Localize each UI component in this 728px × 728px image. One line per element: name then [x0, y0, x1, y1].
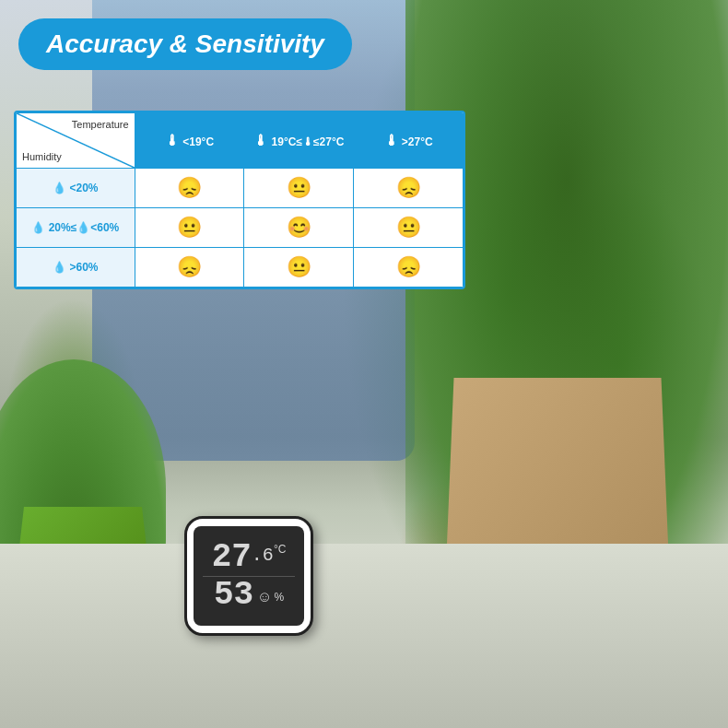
col-header-cold-label: <19°C	[182, 135, 214, 148]
table-row-3: 💧 >60% 😞 😐 😞	[17, 248, 464, 288]
row-header-low: 💧 <20%	[17, 169, 135, 208]
table-row-2: 💧 20%≤💧<60% 😐 😊 😐	[17, 208, 464, 248]
thermometer-device-container: 27 .6 °C 53 ☺ %	[184, 516, 313, 636]
row-header-mid: 💧 20%≤💧<60%	[17, 208, 135, 248]
cell-1-2: 😐	[244, 169, 354, 208]
cell-3-1: 😞	[135, 248, 244, 288]
cell-2-3: 😐	[354, 208, 464, 248]
device-screen: 27 .6 °C 53 ☺ %	[194, 526, 304, 626]
device-temperature-unit: °C	[274, 543, 286, 556]
col-header-cold: 🌡 <19°C	[135, 113, 244, 169]
col-header-hot: 🌡 >27°C	[354, 113, 464, 169]
device-temperature-decimal: .6	[252, 545, 274, 566]
thermometer-device: 27 .6 °C 53 ☺ %	[184, 516, 313, 636]
device-humidity-unit: %	[274, 591, 284, 604]
cell-1-3: 😞	[354, 169, 464, 208]
page-title: Accuracy & Sensitivity	[46, 29, 324, 58]
cell-2-1: 😐	[135, 208, 244, 248]
floor	[0, 544, 728, 728]
device-temperature-value: 27	[212, 541, 252, 574]
cell-2-2: 😊	[244, 208, 354, 248]
cell-1-1: 😞	[135, 169, 244, 208]
col-header-mild-label: 19°C≤🌡≤27°C	[272, 135, 345, 148]
device-smiley-icon: ☺	[257, 589, 272, 605]
device-humidity-row: 53 ☺ %	[214, 579, 284, 612]
accuracy-table-container: Temperature Humidity 🌡 <19°C 🌡 19°C≤🌡≤27…	[14, 111, 465, 289]
device-humidity-value: 53	[214, 579, 253, 612]
table-row-1: 💧 <20% 😞 😐 😞	[17, 169, 464, 208]
accuracy-table: Temperature Humidity 🌡 <19°C 🌡 19°C≤🌡≤27…	[16, 112, 464, 288]
row-header-high: 💧 >60%	[17, 248, 135, 288]
corner-humidity-label: Humidity	[22, 151, 62, 162]
device-temperature-row: 27 .6 °C	[212, 541, 287, 574]
table-corner-cell: Temperature Humidity	[17, 113, 135, 169]
cell-3-3: 😞	[354, 248, 464, 288]
cell-3-2: 😐	[244, 248, 354, 288]
title-badge: Accuracy & Sensitivity	[18, 18, 352, 70]
col-header-mild: 🌡 19°C≤🌡≤27°C	[244, 113, 354, 169]
corner-temp-label: Temperature	[72, 119, 129, 130]
col-header-hot-label: >27°C	[402, 135, 433, 148]
